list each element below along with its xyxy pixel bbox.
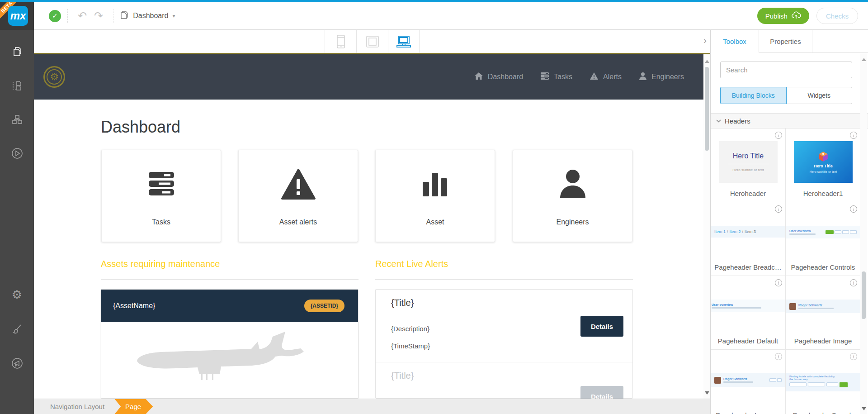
person-icon <box>639 72 647 82</box>
canvas-scrollbar[interactable] <box>703 54 710 399</box>
page-navbar[interactable]: ⚙ Dashboard Tasks <box>34 54 703 100</box>
asset-id-badge: {ASSETID} <box>304 300 344 312</box>
asset-list-item[interactable]: {AssetName} {ASSETID} <box>101 289 359 399</box>
saved-check-icon: ✓ <box>49 10 61 22</box>
tab-toolbox[interactable]: Toolbox <box>711 30 759 53</box>
card-asset[interactable]: Asset <box>375 150 495 242</box>
airplane-silhouette <box>132 329 327 388</box>
headers-section-toggle[interactable]: Headers <box>711 113 868 128</box>
scrollbar-thumb[interactable] <box>705 67 709 151</box>
toolbox-item-heroheader1[interactable]: i Hero Title Hero subtitle or text Heroh… <box>786 128 861 202</box>
toolbox-item-label: Heroheader1 <box>788 190 859 197</box>
checks-button[interactable]: Checks <box>816 8 858 24</box>
toolbox-item-heroheader[interactable]: i Hero Title Hero subtitle or text Heroh… <box>711 128 786 202</box>
thumbnail: Finding hotels with complete flexibility… <box>786 373 860 391</box>
card-label: Asset <box>426 218 444 226</box>
microflows-play-icon[interactable] <box>0 143 34 164</box>
toolbox-item-label: Pageheader Image <box>788 337 859 345</box>
thumb-subtitle: Hero subtitle or text <box>732 168 764 172</box>
theme-brush-icon[interactable] <box>0 318 34 340</box>
breadcrumb-page-tag[interactable]: Page <box>114 399 153 414</box>
pages-icon[interactable] <box>0 41 34 62</box>
bar-chart-icon <box>421 150 450 218</box>
toolbox-item-pageheader-breadcrumb[interactable]: i Item 1 / Item 2 / Item 3 Pageheader Br… <box>711 202 786 276</box>
panel-tabs: Toolbox Properties <box>711 30 868 53</box>
feedback-megaphone-icon[interactable] <box>0 352 34 374</box>
card-label: Engineers <box>556 218 589 226</box>
info-icon[interactable]: i <box>850 132 857 139</box>
nav-item-alerts[interactable]: Alerts <box>590 72 622 82</box>
toolbox-item-label: Pageheader Image… <box>712 411 783 414</box>
breadcrumb-bar: Navigation Layout Page <box>34 399 710 414</box>
details-button[interactable]: Details <box>580 386 623 399</box>
page-templates-icon[interactable] <box>0 75 34 96</box>
scroll-right-chevron-icon[interactable]: › <box>703 35 707 46</box>
panel-scrollbar[interactable] <box>860 53 867 414</box>
nav-item-engineers[interactable]: Engineers <box>639 72 684 82</box>
alerts-list[interactable]: {Title} {Description} {TimeStamp} Detail… <box>375 289 633 399</box>
thumb-avatar <box>789 303 796 310</box>
caret-down-icon: ▾ <box>173 13 175 19</box>
info-icon[interactable]: i <box>775 279 782 286</box>
scroll-up-arrow[interactable] <box>705 60 709 63</box>
info-icon[interactable]: i <box>775 353 782 360</box>
scrollbar-thumb[interactable] <box>862 271 866 319</box>
card-engineers[interactable]: Engineers <box>513 150 632 242</box>
alert-title: {Title} <box>391 298 414 308</box>
details-button[interactable]: Details <box>580 316 623 337</box>
nav-item-tasks[interactable]: Tasks <box>540 72 572 82</box>
settings-gear-icon[interactable]: ⚙ <box>0 284 34 305</box>
toolbar: ✓ ↶ ↷ Dashboard ▾ Publish Checks <box>34 2 868 30</box>
home-icon <box>474 72 483 82</box>
assets-section-heading: Assets requiring maintenance <box>101 259 220 269</box>
info-icon[interactable]: i <box>775 132 782 139</box>
toolbox-filter-segment: Building Blocks Widgets <box>720 87 852 104</box>
nav-item-dashboard[interactable]: Dashboard <box>474 72 523 82</box>
info-icon[interactable]: i <box>775 205 782 213</box>
asset-card-header: {AssetName} {ASSETID} <box>101 290 358 322</box>
thumb-text-block: Roger Schwartz <box>723 377 753 383</box>
info-icon[interactable]: i <box>850 353 857 360</box>
page-switcher-label: Dashboard <box>133 12 168 20</box>
alert-list-item[interactable]: {Title} Details <box>376 362 632 399</box>
thumb-buttons <box>769 378 782 382</box>
thumbnail: Roger Schwartz <box>711 373 785 387</box>
toolbox-item-label: Heroheader <box>712 190 783 197</box>
alert-list-item[interactable]: {Title} {Description} {TimeStamp} Detail… <box>376 290 632 362</box>
widgets-filter-button[interactable]: Widgets <box>787 87 853 104</box>
search-input[interactable] <box>720 62 852 78</box>
toolbox-item-pageheader-search[interactable]: i Finding hotels with complete flexibili… <box>786 350 861 414</box>
breadcrumb-navigation-layout[interactable]: Navigation Layout <box>50 403 104 410</box>
alert-timestamp: {TimeStamp} <box>391 342 430 350</box>
thumb-crumb: Item 2 <box>730 229 741 234</box>
toolbox-item-pageheader-default[interactable]: i User overview Pageheader Default <box>711 276 786 350</box>
publish-button[interactable]: Publish <box>757 8 809 24</box>
undo-button[interactable]: ↶ <box>74 10 90 21</box>
toolbox-item-pageheader-controls[interactable]: i User overview Pageheader <box>786 202 861 276</box>
section-divider <box>101 279 359 280</box>
tablet-view-button[interactable] <box>356 30 388 53</box>
desktop-view-button[interactable] <box>388 30 420 53</box>
card-asset-alerts[interactable]: Asset alerts <box>238 150 358 242</box>
building-blocks-filter-button[interactable]: Building Blocks <box>720 87 787 104</box>
scroll-down-arrow[interactable] <box>862 407 866 410</box>
page-canvas[interactable]: ⚙ Dashboard Tasks <box>34 54 703 399</box>
card-tasks[interactable]: Tasks <box>101 150 221 242</box>
scroll-up-arrow[interactable] <box>862 58 866 61</box>
navigation-tree-icon[interactable] <box>0 109 34 130</box>
tab-properties[interactable]: Properties <box>759 30 812 53</box>
toolbox-item-pageheader-image[interactable]: i Roger Schwartz Pageheader Image <box>786 276 861 350</box>
thumb-search-row <box>789 382 857 387</box>
info-icon[interactable]: i <box>850 279 857 286</box>
toolbox-item-pageheader-image-actions[interactable]: i Roger Schwartz Pageheader Image… <box>711 350 786 414</box>
redo-button[interactable]: ↷ <box>90 10 107 21</box>
nav-item-label: Tasks <box>554 73 572 81</box>
info-icon[interactable]: i <box>850 205 857 213</box>
phone-view-button[interactable] <box>325 30 356 53</box>
scroll-down-arrow[interactable] <box>705 391 709 395</box>
alerts-section-heading: Recent Live Alerts <box>375 259 448 269</box>
thumb-crumb-sep: / <box>742 229 744 234</box>
page-switcher[interactable]: Dashboard ▾ <box>120 10 175 22</box>
thumb-text-block: Roger Schwartz <box>798 304 834 309</box>
device-preview-toolbar: › <box>34 30 710 53</box>
